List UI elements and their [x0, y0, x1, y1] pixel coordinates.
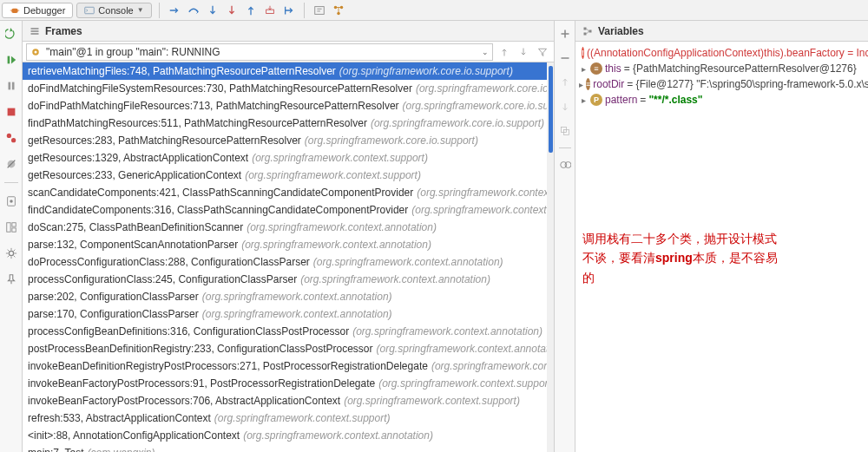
drop-frame-button[interactable] — [262, 3, 278, 18]
separator — [4, 182, 18, 183]
frame-package: (org.springframework.core.io.support) — [403, 100, 554, 112]
evaluate-expression-button[interactable] — [312, 3, 327, 18]
stack-frame-row[interactable]: findCandidateComponents:316, ClassPathSc… — [23, 201, 554, 219]
stack-frame-row[interactable]: doFindPathMatchingFileResources:713, Pat… — [23, 97, 554, 115]
stack-frame-row[interactable]: findPathMatchingResources:511, PathMatch… — [23, 115, 554, 132]
step-over-button[interactable] — [186, 3, 201, 18]
stack-frame-row[interactable]: doScan:275, ClassPathBeanDefinitionScann… — [23, 219, 554, 236]
get-thread-dump-button[interactable] — [3, 193, 19, 209]
frames-panel: Frames "main"@1 in group "main": RUNNING… — [23, 21, 555, 452]
svg-rect-14 — [7, 108, 15, 116]
show-execution-point-button[interactable] — [167, 3, 182, 18]
remove-watch-button[interactable] — [557, 50, 573, 66]
svg-point-16 — [11, 138, 16, 142]
step-into-button[interactable] — [205, 3, 220, 18]
stack-frame-row[interactable]: getResources:233, GenericApplicationCont… — [23, 167, 554, 184]
mute-breakpoints-button[interactable] — [3, 156, 19, 172]
svg-rect-3 — [85, 7, 95, 14]
variable-kind-icon: ≡ — [586, 78, 590, 90]
thread-select[interactable]: "main"@1 in group "main": RUNNING ⌄ — [26, 43, 493, 61]
rerun-button[interactable] — [3, 26, 19, 42]
stack-frame-row[interactable]: getResources:1329, AbstractApplicationCo… — [23, 149, 554, 167]
svg-point-33 — [565, 162, 571, 168]
duplicate-watch-button[interactable] — [557, 123, 573, 139]
show-watches-button[interactable] — [557, 157, 573, 173]
variables-header: Variables — [575, 21, 868, 42]
pin-button[interactable] — [3, 272, 19, 287]
svg-rect-22 — [11, 223, 15, 226]
variable-value: = — [640, 94, 646, 106]
stack-frame-row[interactable]: getResources:283, PathMatchingResourcePa… — [23, 132, 554, 149]
stack-frame-row[interactable]: doFindMatchingFileSystemResources:730, P… — [23, 80, 554, 97]
frame-package: (com.wangxin) — [87, 447, 155, 452]
frame-package: (org.springframework.context.support) — [344, 395, 520, 407]
stack-frame-row[interactable]: processConfigBeanDefinitions:316, Config… — [23, 323, 554, 340]
frame-method: retrieveMatchingFiles:748, PathMatchingR… — [28, 65, 336, 77]
stack-frame-row[interactable]: invokeBeanFactoryPostProcessors:706, Abs… — [23, 392, 554, 409]
watch-up-button[interactable] — [557, 75, 573, 90]
stack-frame-row[interactable]: invokeBeanFactoryPostProcessors:91, Post… — [23, 375, 554, 392]
dropdown-caret-icon[interactable]: ▼ — [137, 6, 144, 14]
svg-rect-13 — [11, 82, 14, 90]
svg-rect-27 — [31, 33, 39, 35]
variable-row-error[interactable]: ! ((AnnotationConfigApplicationContext)t… — [579, 45, 865, 61]
variable-row[interactable]: ▸Ppattern = "**/*.class" — [579, 92, 865, 108]
frame-method: doFindMatchingFileSystemResources:730, P… — [28, 82, 412, 95]
frame-method: getResources:1329, AbstractApplicationCo… — [28, 152, 248, 164]
watch-down-button[interactable] — [557, 99, 573, 115]
top-toolbar: Debugger Console ▼ — [0, 0, 868, 21]
stack-frame-row[interactable]: postProcessBeanDefinitionRegistry:233, C… — [23, 340, 554, 357]
variable-row[interactable]: ▸≡rootDir = {File@1277} "F:\spring50\spr… — [579, 76, 865, 92]
frame-method: getResources:233, GenericApplicationCont… — [28, 169, 241, 181]
filter-frames-button[interactable] — [535, 44, 550, 60]
stack-frame-row[interactable]: retrieveMatchingFiles:748, PathMatchingR… — [23, 62, 554, 80]
variable-row[interactable]: ▸≡this = {PathMatchingResourcePatternRes… — [579, 61, 865, 76]
stack-frame-row[interactable]: parse:132, ComponentScanAnnotationParser… — [23, 236, 554, 253]
stack-frame-row[interactable]: refresh:533, AbstractApplicationContext(… — [23, 409, 554, 427]
pause-button[interactable] — [3, 78, 19, 94]
svg-point-24 — [9, 251, 13, 255]
frame-package: (org.springframework.core.io.support) — [416, 82, 554, 95]
step-out-button[interactable] — [243, 3, 259, 18]
next-frame-button[interactable] — [516, 44, 531, 60]
stack-frame-row[interactable]: parse:170, ConfigurationClassParser(org.… — [23, 305, 554, 323]
stack-frame-row[interactable]: parse:202, ConfigurationClassParser(org.… — [23, 288, 554, 305]
expand-arrow-icon[interactable]: ▸ — [579, 64, 588, 74]
stack-frame-row[interactable]: invokeBeanDefinitionRegistryPostProcesso… — [23, 357, 554, 375]
scroll-thumb[interactable] — [549, 66, 553, 153]
tab-console[interactable]: Console ▼ — [76, 3, 151, 18]
restore-layout-button[interactable] — [3, 219, 19, 235]
run-to-cursor-button[interactable] — [281, 3, 297, 18]
settings-button[interactable] — [3, 246, 19, 261]
svg-rect-36 — [589, 29, 592, 32]
svg-rect-11 — [7, 56, 10, 64]
annotation-line: spring — [655, 251, 693, 265]
stack-frame-row[interactable]: processConfigurationClass:245, Configura… — [23, 271, 554, 288]
tree-icon — [582, 26, 593, 36]
expand-arrow-icon[interactable]: ▸ — [579, 95, 588, 105]
tab-debugger[interactable]: Debugger — [2, 3, 73, 18]
scrollbar[interactable] — [547, 62, 554, 452]
svg-rect-23 — [11, 228, 15, 232]
svg-rect-34 — [584, 27, 587, 29]
frame-method: postProcessBeanDefinitionRegistry:233, C… — [28, 343, 373, 355]
stop-button[interactable] — [3, 104, 19, 120]
prev-frame-button[interactable] — [496, 44, 512, 60]
variable-string: "**/*.class" — [648, 94, 702, 106]
expand-arrow-icon[interactable]: ▸ — [579, 80, 583, 89]
force-step-into-button[interactable] — [224, 3, 240, 18]
view-breakpoints-button[interactable] — [3, 130, 19, 146]
new-watch-button[interactable] — [557, 26, 573, 42]
frames-header: Frames — [23, 21, 554, 42]
stack-frame-row[interactable]: scanCandidateComponents:421, ClassPathSc… — [23, 184, 554, 201]
frame-package: (org.springframework.context.support) — [378, 377, 554, 390]
trace-button[interactable] — [331, 3, 346, 18]
stack-frame-row[interactable]: doProcessConfigurationClass:288, Configu… — [23, 253, 554, 271]
frame-method: refresh:533, AbstractApplicationContext — [28, 412, 211, 424]
variable-value: = {PathMatchingResourcePatternResolver@1… — [624, 62, 857, 75]
stack-frame-row[interactable]: main:7, Test(com.wangxin) — [23, 444, 554, 452]
frame-package: (org.springframework.context.annotation) — [243, 429, 433, 442]
stack-list[interactable]: retrieveMatchingFiles:748, PathMatchingR… — [23, 62, 554, 452]
resume-button[interactable] — [3, 52, 19, 68]
stack-frame-row[interactable]: <init>:88, AnnotationConfigApplicationCo… — [23, 427, 554, 444]
